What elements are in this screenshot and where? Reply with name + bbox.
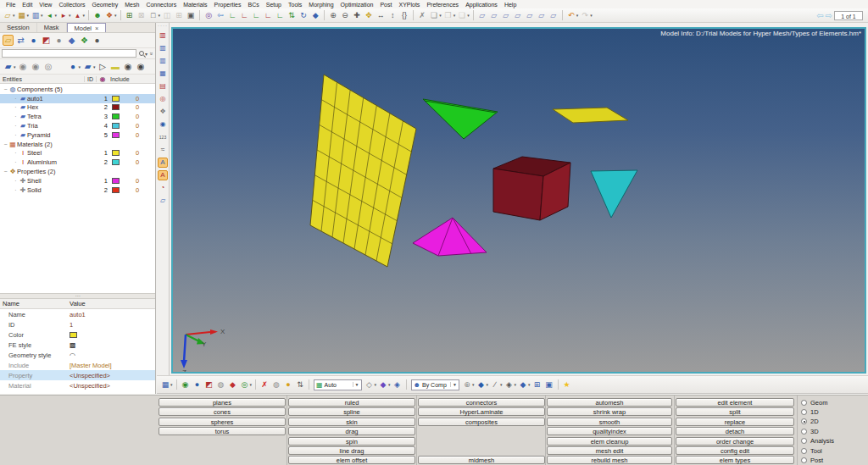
property-row[interactable]: ID1 [0,319,155,329]
panel-button-planes[interactable]: planes [159,398,286,407]
tree-expander-icon[interactable]: − [3,86,8,92]
radio-geom[interactable]: Geom [801,398,827,407]
panel-button-spheres[interactable]: spheres [159,418,286,426]
tab-close-icon[interactable]: × [95,25,98,32]
solver-import-icon[interactable]: ▸ [58,10,69,20]
dropdown-caret-icon[interactable]: ▾ [79,64,81,69]
panel-button-drag[interactable]: drag [288,427,415,435]
globe-icon[interactable]: ◍ [271,379,281,390]
create-entity-icon[interactable]: ▰ [3,61,14,72]
window-cascade-6-icon[interactable]: ▱ [537,10,547,20]
menu-item-preferences[interactable]: Preferences [423,2,462,8]
panel-button-torus[interactable]: torus [159,427,286,435]
radio-3d[interactable]: 3D [801,427,819,435]
window-cascade-3-icon[interactable]: ▱ [501,10,511,20]
panel-button-smooth[interactable]: smooth [547,418,672,426]
tree-section[interactable]: −▦Materials (2) [0,140,155,149]
fit-view-icon[interactable]: ⇦ [215,10,225,20]
menu-item-post[interactable]: Post [376,2,395,8]
pan-icon[interactable]: ✚ [352,10,362,20]
shaded-solid-icon[interactable]: ◈ [392,379,403,390]
tree-expander-icon[interactable]: · [13,187,19,193]
sync-model-icon[interactable]: ⇄ [15,35,26,46]
window-cascade-2-icon[interactable]: ▱ [489,10,499,20]
panel-button-rebuild-mesh[interactable]: rebuild mesh [547,456,672,464]
zoom-in-icon[interactable]: ⊕ [328,10,338,20]
import-icon[interactable]: ▥ [31,10,41,20]
delete-icon[interactable]: ✗ [259,379,270,390]
tree-row[interactable]: ·IAluminium20 [0,158,155,167]
panel-button-line-drag[interactable]: line drag [288,446,415,455]
view-top-icon[interactable]: ∟ [251,10,261,20]
label-abc-icon[interactable]: A [158,158,168,168]
unmask-icon[interactable]: ◉ [181,379,191,390]
tree-expander-icon[interactable]: − [3,169,8,174]
mask-not-shown-icon[interactable]: ▦ [158,69,168,79]
radio-2d[interactable]: 2D [801,418,819,426]
view-front-icon[interactable]: ∟ [275,10,285,20]
numbers-icon[interactable]: 123 [158,132,168,142]
curve-tool-icon[interactable]: ≈ [158,145,168,155]
menu-item-help[interactable]: Help [501,2,520,8]
dropdown-caret-icon[interactable]: ▾ [590,13,593,18]
toolbar-grip[interactable]: ···· [158,24,168,29]
tree-expander-icon[interactable]: · [13,178,19,184]
unmask-all-icon[interactable]: ▥ [158,56,168,66]
reverse-mask-icon[interactable]: ▤ [158,81,168,91]
gray-sphere-icon[interactable]: ● [53,35,64,46]
pyramid-element-magenta[interactable] [413,218,487,256]
radio-dot-geom[interactable] [801,400,807,406]
dropdown-caret-icon[interactable]: ▾ [472,382,475,387]
arrows-ud-icon[interactable]: ↕ [387,10,398,20]
zoom-select-icon[interactable]: ◎ [203,10,214,20]
highlight-icon[interactable]: ▬ [110,61,121,72]
entity-sphere-icon[interactable]: ● [28,35,39,46]
model-scene[interactable]: XYZ [173,29,865,372]
tria-element-cyan[interactable] [591,170,637,218]
selection-mode-combo[interactable]: ▦Auto▼ [314,379,362,390]
window-cascade-1-icon[interactable]: ▱ [477,10,487,20]
color-swatch[interactable] [112,104,120,110]
export-icon[interactable]: ◂ [45,10,55,20]
dropdown-caret-icon[interactable]: ▾ [41,13,43,18]
menu-item-view[interactable]: View [36,2,55,8]
shrink-elements-icon[interactable]: ◈ [504,379,515,390]
menu-item-xyplots[interactable]: XYPlots [395,2,423,8]
color-swatch[interactable] [112,96,120,102]
property-value[interactable]: <Unspecified> [70,382,110,390]
radio-dot-analysis[interactable] [801,438,807,444]
delete-tab-icon[interactable]: ⊠ [136,10,147,20]
dropdown-caret-icon[interactable]: ▾ [13,13,15,18]
property-value[interactable]: [Master Model] [70,362,112,369]
radio-dot-post[interactable] [801,457,807,463]
panel-button-edit-element[interactable]: edit element [676,398,794,407]
menu-item-properties[interactable]: Properties [211,2,245,8]
geometry-style-icon[interactable]: ◠ [70,352,75,359]
tree-row[interactable]: ·▰Tetra30 [0,112,155,121]
tree-row[interactable]: ·ISteel10 [0,149,155,158]
graphics-area[interactable]: Model Info: D:/Trial Models for Hyper Me… [171,27,866,374]
panel-button-midmesh[interactable]: midmesh [418,456,545,464]
dropdown-caret-icon[interactable]: ▾ [159,13,161,18]
color-swatch[interactable] [112,132,120,138]
dark-sphere-icon[interactable]: ● [92,35,103,46]
menu-item-applications[interactable]: Applications [462,2,501,8]
panel-button-elem-cleanup[interactable]: elem cleanup [547,437,672,446]
property-value[interactable]: 1 [70,321,73,329]
property-row[interactable]: Nameauto1 [0,309,155,319]
panel-button-spline[interactable]: spline [288,407,415,416]
radio-dot-tool[interactable] [801,448,807,454]
solver-export-icon[interactable]: ▴ [73,10,83,20]
color-mode-combo[interactable]: ☻By Comp▼ [411,379,459,390]
panel-button-shrink-wrap[interactable]: shrink wrap [547,407,672,416]
radio-tool[interactable]: Tool [801,446,822,455]
radio-analysis[interactable]: Analysis [801,437,834,446]
find-icon[interactable]: ◎ [240,379,250,390]
dropdown-caret-icon[interactable]: ▾ [388,382,391,387]
color-wheel-icon[interactable]: ◉ [97,75,108,83]
shaded-elements-icon[interactable]: ▦ [160,379,170,390]
tab-model[interactable]: Model× [67,23,107,32]
panel-button-order-change[interactable]: order change [676,437,794,446]
hand-icon[interactable]: ✥ [364,10,374,20]
dropdown-caret-icon[interactable]: ▾ [439,13,442,18]
